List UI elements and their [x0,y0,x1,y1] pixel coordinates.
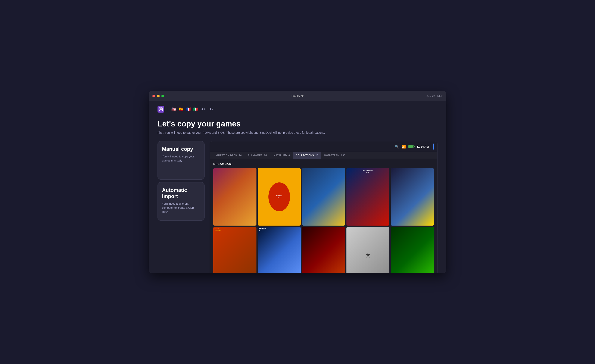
manual-copy-card[interactable]: Manual copy You will need to copy your g… [157,141,205,180]
topbar: 🇺🇸 🇪🇸 🇫🇷 🇮🇹 A+ A- [157,106,438,112]
search-icon[interactable]: 🔍 [395,145,399,149]
svg-point-1 [160,108,162,110]
flag-fr[interactable]: 🇫🇷 [186,107,191,112]
automatic-import-card[interactable]: Automatic import You'll need a different… [157,182,205,221]
font-decrease-button[interactable]: A- [209,107,213,111]
tab-installed[interactable]: INSTALLED 6 [270,152,293,159]
emudeck-logo [157,106,164,112]
game-thumb-9[interactable]: 文 [347,227,390,273]
titlebar: EmuDeck 22.3.27 - DEV [149,91,446,101]
game-thumb-8[interactable] [302,227,345,273]
game-thumb-7[interactable]: GRANDIAII [258,227,301,273]
minimize-button[interactable] [157,95,160,98]
tab-collections[interactable]: COLLECTIONS 18 [293,152,321,159]
steam-tabs: GREAT ON DECK 24 ALL GAMES 84 INSTALLED … [210,152,437,159]
game-thumb-4[interactable]: DAYTONA USA2001 [347,168,390,226]
game-grid-row1: CRAZYTAXI DAYTONA USA2001 [213,168,434,226]
tab-non-steam[interactable]: NON-STEAM 933 [321,152,348,159]
flag-it[interactable]: 🇮🇹 [193,107,198,112]
options-column: Manual copy You will need to copy your g… [157,141,205,221]
game-thumb-1[interactable] [213,168,256,226]
tab-all-games[interactable]: ALL GAMES 84 [245,152,270,159]
automatic-import-title: Automatic import [162,187,200,200]
game-thumb-3[interactable] [302,168,345,226]
battery-indicator [408,145,414,148]
game-thumb-10[interactable] [391,227,434,273]
steam-content: DREAMCAST CRAZYTAXI [210,159,437,273]
game-thumb-2[interactable]: CRAZYTAXI [258,168,301,226]
tab-great-on-deck[interactable]: GREAT ON DECK 24 [213,152,245,159]
close-button[interactable] [152,95,155,98]
main-content: 🇺🇸 🇪🇸 🇫🇷 🇮🇹 A+ A- Let's copy your games … [149,101,446,273]
section-title: DREAMCAST [213,162,434,166]
game-thumb-5[interactable] [391,168,434,226]
topbar-divider [168,106,168,112]
version-label: 22.3.27 - DEV [427,94,443,98]
traffic-lights [152,95,164,98]
page-title: Let's copy your games [157,119,438,128]
steam-topbar: 🔍 📶 11:34 AM [210,141,437,152]
maximize-button[interactable] [161,95,164,98]
manual-copy-title: Manual copy [162,146,200,152]
window-title: EmuDeck [291,94,304,98]
steam-preview: 🔍 📶 11:34 AM GREAT ON DECK 24 ALL G [210,141,438,273]
game-thumb-6[interactable]: FerrariChallenge [213,227,256,273]
flag-us[interactable]: 🇺🇸 [171,107,176,112]
main-row: Manual copy You will need to copy your g… [157,141,438,273]
page-subtitle: First, you will need to gather your ROMs… [157,131,328,134]
clock: 11:34 AM [417,145,429,148]
flag-es[interactable]: 🇪🇸 [179,107,183,112]
manual-copy-desc: You will need to copy your games manuall… [162,154,200,163]
app-window: EmuDeck 22.3.27 - DEV 🇺🇸 🇪🇸 🇫🇷 🇮🇹 A+ A- … [149,91,446,273]
wifi-icon: 📶 [402,145,406,149]
font-increase-button[interactable]: A+ [200,107,206,111]
automatic-import-desc: You'll need a different computer to crea… [162,202,200,214]
game-grid-row2: FerrariChallenge GRANDIAII 文 [213,227,434,273]
